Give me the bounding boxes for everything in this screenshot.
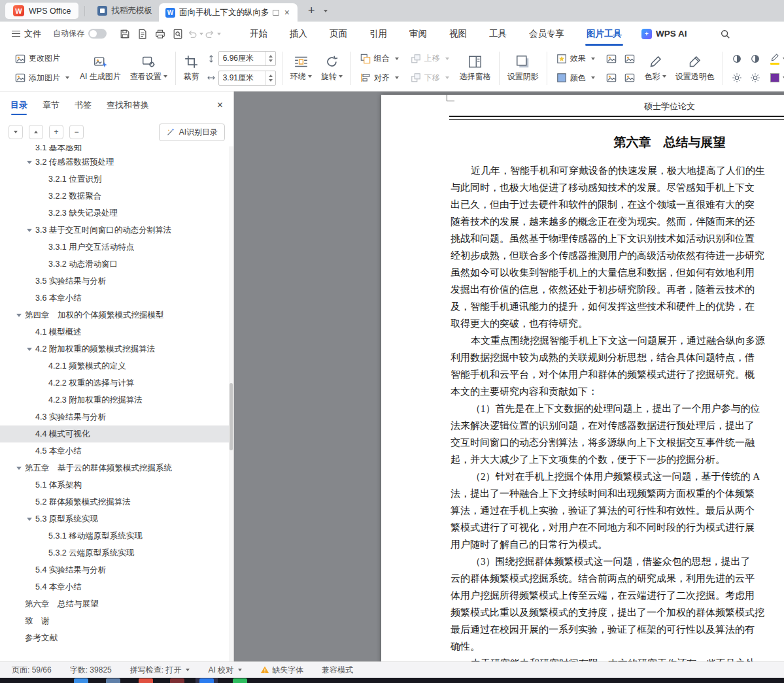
compress-picture-button[interactable] — [622, 51, 638, 67]
toc-item[interactable]: 4.5 本章小结 — [0, 442, 229, 459]
picture-height-input[interactable]: 6.96厘米 — [218, 51, 276, 66]
toc-item[interactable]: 4.2.3 附加权重的挖掘算法 — [0, 391, 229, 408]
toc-expand-caret-icon[interactable] — [27, 518, 32, 521]
menu-tab[interactable]: 开始 — [239, 22, 279, 46]
picture-fill-color-button[interactable] — [768, 73, 784, 83]
crop-button[interactable]: 裁剪 — [179, 48, 204, 88]
toc-item[interactable]: 3.2.1 位置识别 — [0, 171, 229, 188]
toc-item[interactable]: 3.3.2 动态滑动窗口 — [0, 256, 229, 273]
export-pdf-button[interactable] — [133, 26, 151, 42]
tab-document[interactable]: W 面向手机上下文的纵向多源数 × — [159, 3, 298, 22]
brightness-decrease-button[interactable] — [747, 70, 763, 86]
toc-item[interactable]: 5.1 体系架构 — [0, 476, 229, 493]
file-menu-button[interactable]: 文件 — [7, 28, 46, 40]
toc-item[interactable]: 4.2.2 权重的选择与计算 — [0, 375, 229, 391]
add-picture-button[interactable]: 添加图片 — [12, 71, 73, 85]
new-tab-button[interactable]: + — [305, 4, 318, 18]
brightness-increase-button[interactable] — [729, 70, 745, 86]
reset-picture-button[interactable] — [604, 51, 619, 67]
toc-expand-caret-icon[interactable] — [27, 229, 32, 232]
toc-item[interactable]: 4.3 实验结果与分析 — [0, 408, 229, 425]
document-page[interactable]: 硕士学位论文 第六章 总结与展望 近几年，智能手机和可穿戴设备的快速发展，极大地… — [381, 95, 784, 661]
toc-item[interactable]: 3.6 本章小结 — [0, 290, 229, 307]
menu-tab[interactable]: 图片工具 — [575, 22, 633, 46]
toc-item[interactable]: 5.4 实验结果与分析 — [0, 561, 229, 578]
close-pane-icon[interactable]: × — [217, 100, 223, 110]
toc-item[interactable]: 参考文献 — [0, 629, 229, 646]
toc-item[interactable]: 3.2.3 缺失记录处理 — [0, 205, 229, 222]
menu-tab[interactable]: 工具 — [478, 22, 518, 46]
compatibility-mode-badge[interactable]: 兼容模式 — [322, 665, 353, 676]
zoom-in-outline-button[interactable]: + — [49, 125, 63, 139]
save-button[interactable] — [116, 26, 133, 42]
toc-item[interactable]: 4.2.1 频繁模式的定义 — [0, 358, 229, 375]
picture-border-button[interactable] — [604, 70, 619, 86]
set-shadow-button[interactable]: 设置阴影 — [503, 48, 543, 88]
toc-item[interactable]: 4.1 模型概述 — [0, 324, 229, 341]
word-count[interactable]: 字数: 39825 — [70, 665, 112, 676]
toc-expand-caret-icon[interactable] — [16, 467, 22, 470]
print-button[interactable] — [151, 26, 169, 42]
toc-item[interactable]: 4.4 模式可视化 — [0, 425, 229, 442]
contrast-increase-button[interactable] — [729, 51, 745, 67]
taskbar-app-icon[interactable] — [106, 678, 120, 683]
wps-ai-menu[interactable]: WPS AI — [633, 29, 696, 39]
toc-item[interactable]: 5.3 原型系统实现 — [0, 510, 229, 527]
height-stepper[interactable] — [265, 52, 275, 65]
menu-tab[interactable]: 会员专享 — [518, 22, 575, 46]
taskbar-app-icon[interactable] — [233, 678, 247, 683]
toc-item[interactable]: 第六章 总结与展望 — [0, 595, 229, 612]
view-settings-button[interactable]: 查看设置 — [126, 48, 172, 88]
toc-item[interactable]: 3.3.1 用户交互活动特点 — [0, 239, 229, 256]
set-transparent-color-button[interactable]: 设置透明色 — [671, 48, 719, 88]
menu-tab[interactable]: 插入 — [279, 22, 318, 46]
sidebar-scrollbar[interactable] — [229, 146, 233, 661]
missing-font-warning[interactable]: 缺失字体 — [260, 665, 303, 676]
width-stepper[interactable] — [265, 71, 275, 85]
align-button[interactable]: 对齐 — [357, 71, 402, 85]
redo-button[interactable] — [204, 26, 222, 42]
ai-generate-picture-button[interactable]: AI 生成图片 — [75, 48, 126, 88]
picture-color-button[interactable]: 颜色 — [553, 71, 598, 85]
nav-pane-tab[interactable]: 书签 — [75, 99, 92, 111]
toc-item[interactable]: 第四章 加权的个体频繁模式挖掘模型 — [0, 307, 229, 324]
autosave-toggle[interactable] — [88, 29, 107, 39]
nav-pane-tab[interactable]: 查找和替换 — [107, 99, 149, 111]
toc-expand-caret-icon[interactable] — [27, 348, 32, 351]
expand-all-button[interactable] — [9, 125, 23, 139]
bring-forward-button[interactable]: 上移 — [407, 52, 452, 65]
nav-pane-tab[interactable]: 章节 — [43, 99, 60, 111]
menu-tab[interactable]: 页面 — [318, 22, 358, 46]
print-preview-button[interactable] — [169, 26, 186, 42]
page-indicator[interactable]: 页面: 59/66 — [12, 665, 52, 676]
toc-expand-caret-icon[interactable] — [16, 314, 22, 317]
tab-list-caret-icon[interactable] — [324, 10, 328, 12]
sidebar-scrollbar-thumb[interactable] — [230, 383, 233, 450]
collapse-all-button[interactable] — [29, 125, 43, 139]
wps-home-button[interactable]: W WPS Office — [5, 3, 78, 19]
picture-width-input[interactable]: 3.91厘米 — [218, 71, 276, 86]
toc-item[interactable]: 3.2 传感器数据预处理 — [0, 154, 229, 171]
menu-tab[interactable]: 引用 — [358, 22, 398, 46]
taskbar-app-icon[interactable] — [74, 678, 88, 683]
group-button[interactable]: 组合 — [357, 52, 402, 65]
taskbar-app-icon[interactable] — [199, 678, 214, 683]
document-canvas[interactable]: 硕士学位论文 第六章 总结与展望 近几年，智能手机和可穿戴设备的快速发展，极大地… — [234, 92, 784, 661]
picture-layout-button[interactable] — [622, 70, 638, 86]
zoom-out-outline-button[interactable]: − — [69, 125, 84, 139]
spell-check-status[interactable]: 拼写检查: 打开 — [130, 665, 190, 676]
change-picture-button[interactable]: 更改图片 — [12, 52, 73, 65]
toc-item[interactable]: 3.5 实验结果与分析 — [0, 273, 229, 290]
menu-tab[interactable]: 视图 — [438, 22, 478, 46]
toc-item[interactable]: 3.1 基本感知 — [0, 145, 229, 154]
menu-tab[interactable]: 审阅 — [398, 22, 438, 46]
taskbar-app-icon[interactable] — [139, 678, 153, 683]
toc-item[interactable]: 5.3.2 云端原型系统实现 — [0, 544, 229, 561]
tab-preview-icon[interactable] — [273, 10, 279, 16]
nav-pane-tab[interactable]: 目录 — [10, 99, 27, 111]
ai-recognize-toc-button[interactable]: AI识别目录 — [159, 124, 225, 141]
undo-button[interactable] — [186, 26, 204, 42]
picture-effects-button[interactable]: 效果 — [553, 52, 598, 65]
ai-proofread-status[interactable]: AI 校对 — [208, 665, 242, 676]
wrap-text-button[interactable]: 环绕 — [286, 48, 316, 88]
